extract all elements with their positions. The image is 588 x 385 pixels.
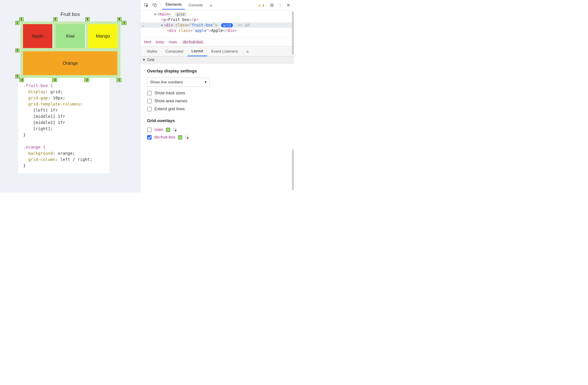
grid-section-header[interactable]: ▶ Grid [141, 57, 294, 64]
checkbox-extend-grid-lines[interactable]: Extend grid lines [147, 107, 288, 111]
checkbox-show-area-names[interactable]: Show area names [147, 99, 288, 104]
line-number: 3 [85, 17, 89, 21]
disclosure-triangle-icon: ▶ [143, 59, 146, 61]
subtabs-more-icon[interactable]: » [242, 46, 253, 56]
line-number: 2 [53, 17, 57, 21]
warning-icon: ▲ [258, 3, 261, 7]
line-number: -1 [122, 21, 126, 25]
color-swatch[interactable] [178, 135, 182, 139]
checkbox-icon[interactable] [147, 91, 152, 95]
device-toggle-icon[interactable] [151, 1, 159, 9]
grid-section-body: Overlay display settings Show line numbe… [141, 64, 294, 146]
devtools-toolbar: Elements Console » ▲ 1 ⚙ ⋮ ✕ [141, 0, 294, 10]
preview-title: Fruit box [61, 11, 80, 17]
grid-badge-active[interactable]: grid [221, 23, 233, 27]
reveal-element-icon[interactable] [173, 128, 177, 132]
reveal-element-icon[interactable] [185, 135, 189, 140]
checkbox-icon[interactable] [147, 135, 152, 140]
subtab-styles[interactable]: Styles [143, 47, 161, 56]
breadcrumb-item[interactable]: body [156, 40, 164, 44]
dom-breadcrumb: html body main div.fruit-box [141, 38, 294, 46]
overlay-row-fruitbox: div.fruit-box [147, 135, 288, 140]
cell-kiwi: Kiwi [56, 24, 85, 48]
subtab-computed[interactable]: Computed [161, 47, 187, 56]
inspect-icon[interactable] [143, 1, 150, 9]
line-number: 2 [15, 48, 19, 52]
dollar-zero-ref: == $0 [237, 23, 249, 27]
line-number: 4 [117, 17, 121, 21]
line-number: -2 [84, 78, 89, 82]
chevron-down-icon: ▾ [205, 80, 207, 85]
grid-badge[interactable]: grid [175, 12, 187, 16]
checkbox-show-track-sizes[interactable]: Show track sizes [147, 91, 288, 95]
line-number: -3 [52, 78, 57, 82]
cell-mango: Mango [88, 24, 118, 48]
cell-orange: Orange [23, 51, 118, 75]
subtab-listeners[interactable]: Event Listeners [207, 47, 242, 56]
page-preview-pane: Fruit box Apple Kiwi Mango Orange 1 2 3 … [0, 0, 141, 192]
breadcrumb-item[interactable]: html [144, 40, 151, 44]
devtools-pane: Elements Console » ▲ 1 ⚙ ⋮ ✕ ▶<main> gri… [141, 0, 294, 192]
overlay-settings-title: Overlay display settings [147, 68, 288, 74]
ellipsis-icon[interactable]: ⋯ [142, 24, 145, 28]
scrollbar[interactable] [292, 149, 294, 190]
breadcrumb-item[interactable]: div.fruit-box [182, 40, 204, 44]
grid-overlays-title: Grid overlays [147, 118, 288, 123]
close-icon[interactable]: ✕ [284, 1, 292, 9]
sidebar-tabs: Styles Computed Layout Event Listeners » [141, 46, 294, 57]
warnings-badge[interactable]: ▲ 1 [258, 3, 264, 7]
color-swatch[interactable] [166, 128, 170, 132]
dom-selected-node[interactable]: ⋯ ▶<div class="fruit-box"> grid == $0 [141, 22, 294, 28]
line-number: 3 [15, 74, 19, 78]
css-code-box: .fruit-box { display: grid; grid-gap: 10… [18, 78, 109, 173]
tab-console[interactable]: Console [185, 1, 206, 9]
svg-rect-2 [155, 4, 156, 7]
warning-count: 1 [262, 3, 264, 7]
grid-overlay-preview: Apple Kiwi Mango Orange 1 2 3 4 1 2 3 -1… [20, 21, 121, 78]
line-numbers-select[interactable]: Show line numbers ▾ [147, 78, 210, 86]
breadcrumb-item[interactable]: main [169, 40, 177, 44]
disclosure-triangle-icon[interactable]: ▶ [154, 14, 157, 15]
checkbox-icon[interactable] [147, 128, 152, 132]
overlay-row-main: main [147, 127, 288, 132]
overlay-label[interactable]: div.fruit-box [154, 135, 175, 140]
select-value: Show line numbers [150, 80, 183, 85]
checkbox-icon[interactable] [147, 107, 152, 111]
line-number: -1 [117, 78, 121, 82]
line-number: 1 [19, 17, 23, 21]
kebab-icon[interactable]: ⋮ [276, 1, 284, 9]
subtab-layout[interactable]: Layout [188, 46, 207, 56]
checkbox-icon[interactable] [147, 99, 152, 104]
overlay-label[interactable]: main [154, 127, 163, 132]
tabs-more-icon[interactable]: » [206, 1, 215, 9]
dom-tree[interactable]: ▶<main> grid <p>Fruit box</p> ⋯ ▶<div cl… [141, 10, 294, 38]
cell-apple: Apple [23, 24, 52, 48]
line-number: 1 [15, 21, 19, 25]
grid-section-title: Grid [147, 58, 154, 62]
gear-icon[interactable]: ⚙ [268, 1, 276, 9]
scrollbar[interactable] [292, 11, 294, 55]
tab-elements[interactable]: Elements [162, 1, 185, 10]
line-number: -4 [19, 78, 24, 82]
disclosure-triangle-icon[interactable]: ▶ [161, 25, 164, 26]
